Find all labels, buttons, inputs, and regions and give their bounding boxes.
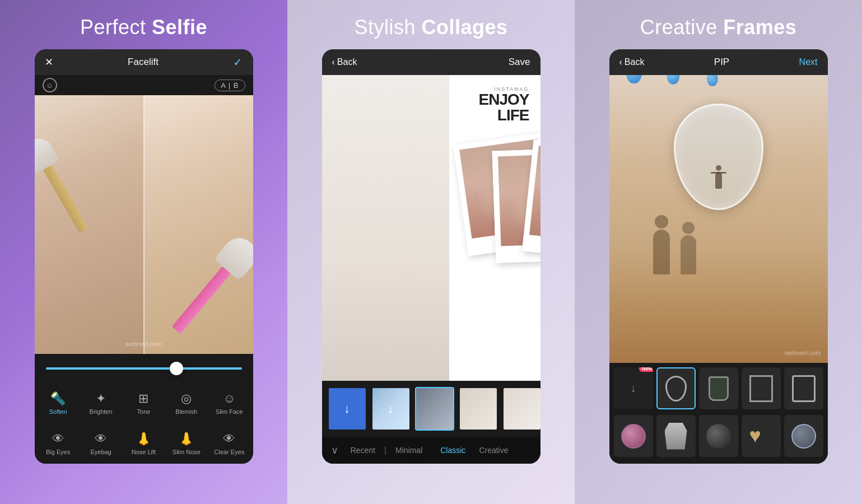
slider-track[interactable] xyxy=(46,367,242,370)
tool-slimnose[interactable]: 👃 Slim Nose xyxy=(166,432,207,455)
panel1-title-normal: Perfect xyxy=(80,16,152,39)
tab-recent[interactable]: Recent xyxy=(344,437,382,464)
panel-creative-frames: Creative Frames ‹ Back PIP Next xyxy=(575,0,862,504)
tool-brighten[interactable]: ✦ Brighten xyxy=(81,391,121,415)
slider-thumb[interactable] xyxy=(170,362,183,375)
template-2-active[interactable] xyxy=(415,387,454,431)
instamag-text: INSTAMAG ENJOYLIFE xyxy=(479,86,529,123)
template-download[interactable]: ↓ xyxy=(328,387,367,431)
phone-topbar: ✕ Facelift ✓ xyxy=(35,49,253,75)
template-4-preview xyxy=(504,388,541,430)
frames-back-button[interactable]: ‹ Back xyxy=(619,57,645,67)
watermark-selfie: webneel.com xyxy=(125,340,162,347)
dark-frame-icon xyxy=(706,424,731,449)
template-strip: ↓ xyxy=(322,381,541,437)
frames-canvas: webneel.com xyxy=(609,75,828,363)
panel3-title: Creative Frames xyxy=(640,16,797,39)
cleareyes-icon: 👁 xyxy=(223,432,235,446)
hand-frame-icon xyxy=(665,423,687,450)
noselift-label: Nose Lift xyxy=(132,449,156,455)
brush-right-handle xyxy=(171,267,230,334)
tab-minimal[interactable]: Minimal xyxy=(389,437,429,464)
frame-dark[interactable] xyxy=(699,415,738,457)
save-button[interactable]: Save xyxy=(509,57,530,68)
frame-sphere[interactable] xyxy=(614,415,653,457)
frame-download[interactable]: ↓ New xyxy=(614,367,653,409)
download-icon: ↓ xyxy=(329,388,366,430)
check-icon[interactable]: ✓ xyxy=(233,55,243,69)
tool-soften[interactable]: 🔦 Soften xyxy=(38,391,78,415)
phone-mockup-frames: ‹ Back PIP Next xyxy=(609,49,828,464)
slimnose-icon: 👃 xyxy=(179,432,194,446)
panel-perfect-selfie: Perfect Selfie ✕ Facelift ✓ ☺ A | B xyxy=(0,0,287,504)
template-3[interactable] xyxy=(459,387,498,431)
frames-screen-title: PIP xyxy=(714,57,729,68)
frame-rounded[interactable] xyxy=(784,367,823,409)
rect-frame-icon xyxy=(749,375,773,402)
panel1-title: Perfect Selfie xyxy=(80,16,207,39)
frames-back-label: Back xyxy=(625,57,645,67)
template-4[interactable] xyxy=(502,387,541,431)
slimnose-label: Slim Nose xyxy=(173,449,201,455)
tool-tone[interactable]: ⊞ Tone xyxy=(123,391,164,415)
panel3-title-bold: Frames xyxy=(723,16,796,39)
panel2-title: Stylish Collages xyxy=(354,16,507,39)
balloon-5 xyxy=(707,75,718,86)
person-silhouette-2 xyxy=(681,235,696,274)
soften-label: Soften xyxy=(49,408,67,415)
frame-circle[interactable] xyxy=(784,415,823,457)
noselift-icon: 👃 xyxy=(136,432,151,446)
slimface-icon: ☺ xyxy=(223,391,235,406)
tab-classic[interactable]: Classic xyxy=(434,437,472,464)
tools-row-1: 🔦 Soften ✦ Brighten ⊞ Tone ◎ Blemish ☺ S… xyxy=(35,383,253,423)
tone-icon: ⊞ xyxy=(138,391,148,406)
phone-mockup-selfie: ✕ Facelift ✓ ☺ A | B webneel.com xyxy=(35,49,253,464)
tool-bigeyes[interactable]: 👁 Big Eyes xyxy=(38,432,78,455)
tool-blemish[interactable]: ◎ Blemish xyxy=(166,391,207,415)
person-arms xyxy=(711,172,726,174)
watermark-frames: webneel.com xyxy=(785,349,821,356)
collage-topbar: ‹ Back Save xyxy=(322,49,541,75)
frame-cup[interactable] xyxy=(699,367,738,409)
tool-cleareyes[interactable]: 👁 Clear Eyes xyxy=(209,432,249,455)
collage-back-button[interactable]: ‹ Back xyxy=(332,57,357,67)
tool-noselift[interactable]: 👃 Nose Lift xyxy=(123,432,164,455)
ab-bar: ☺ A | B xyxy=(35,75,253,95)
bigeyes-icon: 👁 xyxy=(52,432,64,446)
template-2-preview xyxy=(416,388,453,430)
polaroid-stack xyxy=(449,133,541,323)
person-head xyxy=(716,165,721,171)
bigeyes-label: Big Eyes xyxy=(46,449,70,455)
tab-creative[interactable]: Creative xyxy=(472,437,515,464)
screen-title: Facelift xyxy=(128,57,159,68)
back-chevron-icon: ‹ xyxy=(332,57,335,67)
collage-tabs: ∨ Recent | Minimal Classic Creative xyxy=(322,437,541,464)
tool-eyebag[interactable]: 👁 Eyebag xyxy=(81,432,121,455)
tab-divider-1: | xyxy=(384,445,386,455)
drop-person xyxy=(713,172,724,200)
person-in-drop xyxy=(715,172,722,189)
adjustment-slider-bar xyxy=(35,354,253,383)
eyebag-icon: 👁 xyxy=(95,432,107,446)
face-icon: ☺ xyxy=(43,78,57,92)
cleareyes-label: Clear Eyes xyxy=(214,449,244,455)
tool-slimface[interactable]: ☺ Slim Face xyxy=(209,391,249,415)
template-1-preview xyxy=(372,388,409,430)
frame-drop-active[interactable] xyxy=(656,367,696,409)
face-edit-canvas: webneel.com xyxy=(35,95,253,354)
heart-frame-icon: ♥ xyxy=(749,426,773,447)
panel2-title-bold: Collages xyxy=(422,16,508,39)
frame-rect[interactable] xyxy=(742,367,781,409)
close-icon[interactable]: ✕ xyxy=(45,56,53,68)
frame-hand[interactable] xyxy=(656,415,696,457)
frames-next-button[interactable]: Next xyxy=(799,57,818,67)
panel-stylish-collages: Stylish Collages ‹ Back Save xyxy=(287,0,575,504)
panel1-title-bold: Selfie xyxy=(152,16,207,39)
frames-grid: ↓ New xyxy=(609,363,828,464)
drop-frame-icon xyxy=(665,376,687,402)
ab-toggle[interactable]: A | B xyxy=(215,80,245,91)
frames-topbar: ‹ Back PIP Next xyxy=(609,49,828,75)
frame-heart[interactable]: ♥ xyxy=(742,415,781,457)
frames-back-chevron-icon: ‹ xyxy=(619,57,622,67)
template-1[interactable] xyxy=(371,387,411,431)
